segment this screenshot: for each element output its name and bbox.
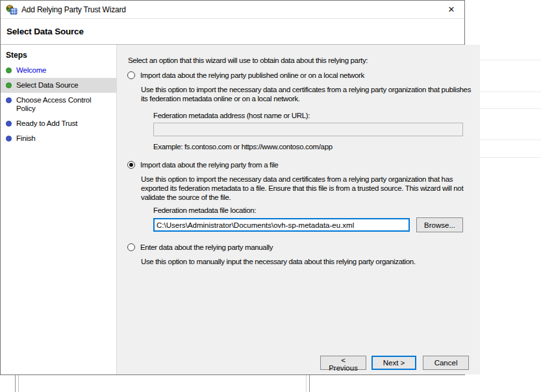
steps-heading: Steps — [1, 48, 116, 63]
instruction-text: Select an option that this wizard will u… — [128, 56, 471, 65]
radio-option-label: Import data about the relying party publ… — [140, 71, 364, 80]
description-line: Use this option to import the necessary … — [141, 85, 471, 94]
step-bullet-icon — [6, 97, 12, 103]
step-label: Finish — [16, 134, 35, 143]
window-title: Add Relying Party Trust Wizard — [21, 5, 126, 14]
option-description: Use this option to manually input the ne… — [141, 257, 471, 266]
option-description: Use this option to import the necessary … — [141, 175, 471, 202]
step-label: Welcome — [16, 66, 46, 75]
background-window-edge — [309, 375, 310, 392]
add-relying-party-trust-wizard-dialog: Add Relying Party Trust Wizard ✕ Select … — [0, 0, 465, 375]
radio-button-icon[interactable] — [127, 243, 135, 251]
metadata-address-label: Federation metadata address (host name o… — [153, 111, 471, 120]
description-line: Use this option to manually input the ne… — [141, 257, 471, 266]
step-bullet-icon — [6, 121, 12, 127]
example-text: Example: fs.contoso.com or https://www.c… — [153, 142, 471, 151]
step-item-ready-to-add-trust: Ready to Add Trust — [1, 116, 116, 131]
background-window-edge — [306, 375, 307, 392]
wizard-app-icon — [6, 5, 18, 15]
step-label: Ready to Add Trust — [16, 119, 77, 128]
previous-button[interactable]: < Previous — [320, 356, 366, 370]
radio-option-enter-manually[interactable]: Enter data about the relying party manua… — [127, 243, 471, 252]
step-bullet-icon — [6, 82, 12, 88]
background-window-edge — [18, 375, 19, 392]
page-header: Select Data Source — [1, 19, 464, 45]
metadata-file-location-label: Federation metadata file location: — [153, 206, 471, 215]
step-item-select-data-source: Select Data Source — [1, 78, 116, 93]
step-item-choose-access-control-policy: Choose Access Control Policy — [1, 93, 116, 116]
radio-option-label: Import data about the relying party from… — [140, 160, 278, 169]
radio-button-icon[interactable] — [127, 161, 135, 169]
description-line: Use this option to import the necessary … — [141, 175, 471, 184]
step-label: Choose Access Control Policy — [16, 96, 111, 113]
title-bar: Add Relying Party Trust Wizard ✕ — [1, 1, 464, 19]
radio-button-icon[interactable] — [127, 71, 135, 79]
description-line: its federation metadata online or on a l… — [141, 94, 471, 103]
close-icon[interactable]: ✕ — [446, 5, 457, 15]
radio-option-label: Enter data about the relying party manua… — [140, 243, 273, 252]
description-line: validate the source of the file. — [141, 193, 471, 202]
step-label: Select Data Source — [16, 81, 78, 90]
radio-option-import-from-file[interactable]: Import data about the relying party from… — [127, 160, 471, 169]
page-title: Select Data Source — [6, 27, 84, 36]
cancel-button[interactable]: Cancel — [423, 356, 469, 370]
browse-button[interactable]: Browse... — [416, 217, 463, 232]
next-button[interactable]: Next > — [371, 356, 416, 370]
radio-option-import-online[interactable]: Import data about the relying party publ… — [127, 71, 471, 80]
step-bullet-icon — [6, 67, 12, 73]
federation-metadata-address-input — [153, 123, 463, 136]
option-description: Use this option to import the necessary … — [141, 85, 471, 103]
step-bullet-icon — [6, 136, 12, 141]
background-window-edge — [15, 375, 16, 392]
wizard-content-pane: Select an option that this wizard will u… — [117, 45, 480, 374]
federation-metadata-file-input[interactable] — [153, 218, 410, 232]
step-item-finish: Finish — [1, 131, 116, 146]
step-item-welcome: Welcome — [1, 63, 116, 78]
steps-sidebar: Steps Welcome Select Data Source Choose … — [1, 45, 117, 374]
wizard-navigation: < Previous Next > Cancel — [320, 356, 469, 370]
description-line: exported its federation metadata to a fi… — [141, 184, 471, 193]
